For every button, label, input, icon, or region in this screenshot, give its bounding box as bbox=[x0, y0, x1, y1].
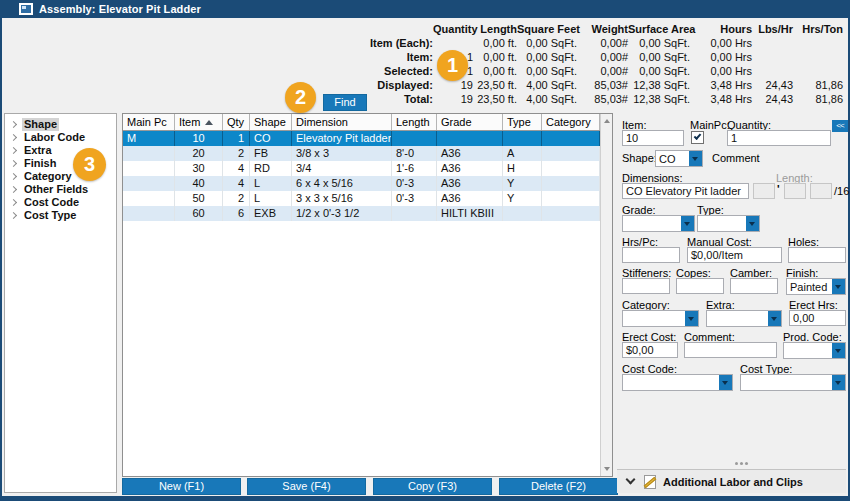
col-header-grade[interactable]: Grade bbox=[437, 114, 503, 130]
parts-table: Main Pc Item Qty Shape Dimension Length … bbox=[122, 113, 613, 477]
col-header-dimension[interactable]: Dimension bbox=[292, 114, 392, 130]
mainpc-label: MainPc: bbox=[690, 119, 730, 131]
chevron-down-icon bbox=[835, 285, 841, 289]
find-button[interactable]: Find bbox=[323, 94, 367, 111]
table-row[interactable]: 40 4 L 6 x 4 x 5/16 0'-3 A36 Y bbox=[123, 176, 612, 191]
chevron-right-icon[interactable] bbox=[10, 147, 17, 154]
dropdown-button[interactable] bbox=[832, 279, 845, 294]
dropdown-button[interactable] bbox=[685, 311, 698, 326]
col-header-length[interactable]: Length bbox=[392, 114, 437, 130]
summary-row-selected: Selected: 1 0,00 ft. 0,00 SqFt. 0,00# 0,… bbox=[336, 64, 843, 78]
dropdown-button[interactable] bbox=[832, 343, 845, 358]
chevron-right-icon[interactable] bbox=[10, 173, 17, 180]
sidebar-item-labor-code[interactable]: Labor Code bbox=[5, 131, 116, 144]
table-row[interactable]: 50 2 L 3 x 3 x 5/16 0'-3 A36 Y bbox=[123, 191, 612, 206]
summary-header-hours: Hours bbox=[690, 22, 752, 36]
table-row[interactable]: 60 6 EXB 1/2 x 0'-3 1/2 HILTI KBIII bbox=[123, 206, 612, 221]
dropdown-button[interactable] bbox=[768, 311, 781, 326]
chevron-down-icon bbox=[692, 157, 698, 161]
col-header-category[interactable]: Category bbox=[542, 114, 600, 130]
chevron-right-icon[interactable] bbox=[10, 212, 17, 219]
col-header-shape[interactable]: Shape bbox=[250, 114, 292, 130]
dropdown-button[interactable] bbox=[746, 216, 759, 231]
additional-labor-title: Additional Labor and Clips bbox=[663, 476, 803, 488]
copy-button[interactable]: Copy (F3) bbox=[373, 478, 492, 495]
table-row[interactable]: M 10 1 CO Elevatory Pit ladder bbox=[123, 131, 612, 146]
feet-mark: ' bbox=[777, 183, 780, 195]
new-button[interactable]: New (F1) bbox=[122, 478, 241, 495]
col-header-qty[interactable]: Qty bbox=[223, 114, 250, 130]
sidebar-item-cost-code[interactable]: Cost Code bbox=[5, 196, 116, 209]
sidebar-item-other-fields[interactable]: Other Fields bbox=[5, 183, 116, 196]
cost-code-dropdown[interactable] bbox=[622, 374, 733, 391]
prod-code-dropdown[interactable] bbox=[783, 342, 846, 359]
manual-cost-field[interactable]: $0,00/Item bbox=[687, 247, 782, 263]
erect-hrs-field[interactable]: 0,00 bbox=[789, 310, 846, 326]
chevron-down-icon bbox=[626, 475, 636, 485]
chevron-right-icon[interactable] bbox=[10, 160, 17, 167]
chevron-down-icon bbox=[835, 349, 841, 353]
assembly-window: Assembly: Elevator Pit Ladder Quantity L… bbox=[0, 0, 850, 501]
comment-caption: Comment bbox=[712, 152, 760, 164]
dimensions-field[interactable]: CO Elevatory Pit ladder bbox=[622, 183, 749, 199]
splitter-grip[interactable] bbox=[735, 462, 738, 465]
col-header-item[interactable]: Item bbox=[175, 114, 223, 130]
type-dropdown[interactable] bbox=[697, 215, 760, 232]
shape-dropdown[interactable]: CO bbox=[655, 150, 703, 167]
check-icon bbox=[694, 132, 702, 140]
extra-dropdown[interactable] bbox=[706, 310, 782, 327]
length-inches-field bbox=[784, 183, 806, 199]
additional-labor-section-header[interactable]: Additional Labor and Clips bbox=[617, 469, 846, 493]
summary-header-hrs-ton: Hrs/Ton bbox=[793, 22, 843, 36]
chevron-right-icon[interactable] bbox=[10, 121, 17, 128]
sidebar-item-shape[interactable]: Shape bbox=[5, 118, 116, 131]
finish-dropdown[interactable]: Painted bbox=[786, 278, 846, 295]
mainpc-checkbox[interactable] bbox=[691, 131, 704, 144]
table-row[interactable]: 20 2 FB 3/8 x 3 8'-0 A36 A bbox=[123, 146, 612, 161]
cost-type-dropdown[interactable] bbox=[740, 374, 846, 391]
hrs-pc-field[interactable] bbox=[622, 247, 680, 263]
summary-header-weight: Weight bbox=[577, 22, 628, 36]
collapse-panel-button[interactable]: << bbox=[832, 120, 848, 132]
app-icon bbox=[19, 3, 33, 15]
camber-field[interactable] bbox=[730, 278, 778, 294]
dropdown-button[interactable] bbox=[719, 375, 732, 390]
dropdown-button[interactable] bbox=[832, 375, 845, 390]
delete-button[interactable]: Delete (F2) bbox=[499, 478, 618, 495]
chevron-right-icon[interactable] bbox=[10, 186, 17, 193]
chevron-down-icon bbox=[688, 317, 694, 321]
table-scrollbar[interactable] bbox=[600, 114, 612, 476]
summary-header-length: Length bbox=[473, 22, 517, 36]
category-dropdown[interactable] bbox=[622, 310, 699, 327]
table-row[interactable]: 30 4 RD 3/4 1'-6 A36 H bbox=[123, 161, 612, 176]
title-bar[interactable]: Assembly: Elevator Pit Ladder bbox=[0, 0, 850, 18]
scroll-down-icon[interactable] bbox=[604, 467, 610, 471]
sidebar-item-cost-type[interactable]: Cost Type bbox=[5, 209, 116, 222]
dropdown-button[interactable] bbox=[681, 216, 694, 231]
chevron-down-icon bbox=[771, 317, 777, 321]
col-header-main-pc[interactable]: Main Pc bbox=[123, 114, 175, 130]
window-title: Assembly: Elevator Pit Ladder bbox=[39, 3, 201, 15]
dropdown-button[interactable] bbox=[689, 151, 702, 166]
summary-header-square-feet: Square Feet bbox=[517, 22, 577, 36]
grade-dropdown[interactable] bbox=[622, 215, 695, 232]
save-button[interactable]: Save (F4) bbox=[247, 478, 366, 495]
copes-field[interactable] bbox=[676, 278, 724, 294]
summary-grid: Quantity Length Square Feet Weight Surfa… bbox=[336, 22, 843, 106]
summary-header-lbs-hr: Lbs/Hr bbox=[752, 22, 793, 36]
chevron-right-icon[interactable] bbox=[10, 199, 17, 206]
annotation-badge-2: 2 bbox=[285, 82, 316, 113]
item-field[interactable]: 10 bbox=[622, 130, 684, 146]
chevron-right-icon[interactable] bbox=[10, 134, 17, 141]
scroll-up-icon[interactable] bbox=[604, 119, 610, 123]
shape-label: Shape: bbox=[622, 152, 657, 164]
stiffeners-field[interactable] bbox=[622, 278, 670, 294]
quantity-field[interactable]: 1 bbox=[727, 130, 831, 146]
comment-field[interactable] bbox=[684, 342, 777, 358]
chevron-down-icon bbox=[749, 222, 755, 226]
holes-field[interactable] bbox=[788, 247, 846, 263]
erect-cost-field[interactable]: $0,00 bbox=[622, 342, 678, 358]
length-feet-field bbox=[753, 183, 775, 199]
summary-row-item: Item: 1 0,00 ft. 0,00 SqFt. 0,00# 0,00 S… bbox=[336, 50, 843, 64]
col-header-type[interactable]: Type bbox=[503, 114, 542, 130]
